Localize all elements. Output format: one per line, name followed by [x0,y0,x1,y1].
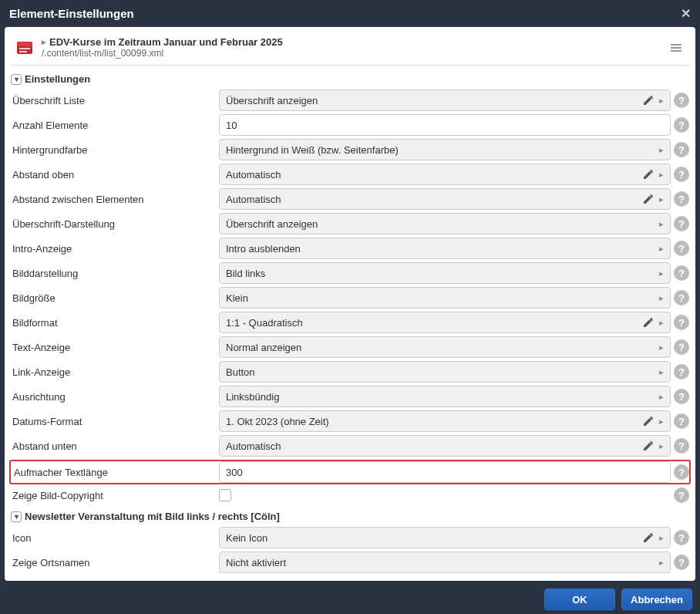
select-field[interactable]: Automatisch▸ [219,188,671,210]
select-value: Automatisch [226,440,642,452]
help-icon[interactable]: ? [674,290,689,305]
checkbox[interactable] [219,489,231,501]
dialog-content: ▸ EDV-Kurse im Zeitraum Januar und Febru… [5,27,695,581]
select-icons: ▸ [642,440,664,452]
breadcrumb-title: EDV-Kurse im Zeitraum Januar und Februar… [49,36,283,48]
svg-rect-4 [671,44,681,46]
select-field[interactable]: Automatisch▸ [219,435,671,457]
svg-rect-6 [671,50,681,52]
select-icons: ▸ [659,392,664,402]
form-row: BilddarstellungBild links▸? [11,261,689,285]
pencil-icon[interactable] [642,193,655,205]
form-row: IconKein Icon▸? [11,525,689,550]
help-icon[interactable]: ? [674,117,689,133]
help-icon[interactable]: ? [674,389,689,404]
row-control: Automatisch▸? [219,188,689,210]
help-icon[interactable]: ? [674,413,689,429]
form-row: Aufmacher Textlänge300? [9,460,691,484]
select-icons: ▸ [642,316,664,329]
select-icons: ▸ [642,531,664,544]
svg-rect-1 [17,42,32,46]
help-icon[interactable]: ? [674,530,689,545]
svg-rect-5 [671,47,681,49]
help-icon[interactable]: ? [674,265,689,281]
row-label: Abstand unten [11,440,213,452]
select-value: Button [226,366,659,378]
help-icon[interactable]: ? [674,464,689,480]
row-control: 10? [219,114,689,136]
select-field[interactable]: Intro ausblenden▸ [219,238,671,259]
content-type-icon [14,37,35,59]
row-label: Zeige Bild-Copyright [11,490,213,501]
row-label: Abstand oben [11,169,213,180]
help-icon[interactable]: ? [674,438,689,454]
select-icons: ▸ [659,342,664,353]
chevron-right-icon: ▸ [659,533,664,543]
select-field[interactable]: 1. Okt 2023 (ohne Zeit)▸ [219,410,671,432]
select-field[interactable]: Automatisch▸ [219,164,671,185]
content-path: /.content/list-m/list_00099.xml [42,48,660,59]
help-icon[interactable]: ? [674,241,689,256]
cancel-button[interactable]: Abbrechen [621,589,692,610]
select-value: Automatisch [226,194,642,205]
form-row: Abstand obenAutomatisch▸? [11,162,689,187]
pencil-icon[interactable] [642,316,655,329]
close-icon[interactable]: ✕ [681,6,691,21]
select-field[interactable]: Klein▸ [219,287,671,309]
collapse-toggle-icon[interactable]: ▾ [11,74,22,85]
chevron-right-icon: ▸ [659,96,664,106]
select-field[interactable]: Linksbündig▸ [219,386,671,407]
pencil-icon[interactable] [642,415,655,427]
chevron-right-icon: ▸ [42,37,46,47]
select-field[interactable]: Normal anzeigen▸ [219,336,671,358]
text-field[interactable]: 10 [219,114,671,136]
pencil-icon[interactable] [642,168,655,180]
form-row: Text-AnzeigeNormal anzeigen▸? [11,335,689,359]
select-icons: ▸ [659,268,664,278]
chevron-right-icon: ▸ [659,367,664,377]
form-row: BildgrößeKlein▸? [11,285,689,310]
chevron-right-icon: ▸ [659,219,664,229]
pencil-icon[interactable] [642,440,655,452]
breadcrumb: ▸ EDV-Kurse im Zeitraum Januar und Febru… [42,36,660,48]
select-field[interactable]: Überschrift anzeigen▸ [219,213,671,234]
select-value: Klein [226,292,659,304]
select-field[interactable]: Kein Icon▸ [219,527,671,548]
svg-rect-2 [19,48,30,49]
help-icon[interactable]: ? [674,142,689,157]
ok-button[interactable]: OK [544,589,615,610]
row-control: Hintergrund in Weiß (bzw. Seitenfarbe)▸? [219,139,689,160]
help-icon[interactable]: ? [674,555,689,570]
help-icon[interactable]: ? [674,315,689,330]
chevron-right-icon: ▸ [659,194,664,204]
select-field[interactable]: Hintergrund in Weiß (bzw. Seitenfarbe)▸ [219,139,671,160]
collapse-toggle-icon[interactable]: ▾ [11,511,22,522]
help-icon[interactable]: ? [674,364,689,380]
help-icon[interactable]: ? [674,216,689,231]
dialog-title: Element-Einstellungen [9,7,134,20]
select-field[interactable]: Bild links▸ [219,262,671,284]
pencil-icon[interactable] [642,531,655,544]
section-header-einstellungen: ▾ Einstellungen [11,70,689,88]
chevron-right-icon: ▸ [659,441,664,451]
help-icon[interactable]: ? [674,167,689,182]
help-icon[interactable]: ? [674,93,689,108]
row-label: Bildgröße [11,292,213,304]
help-icon[interactable]: ? [674,339,689,355]
select-field[interactable]: Überschrift anzeigen▸ [219,89,671,111]
help-icon[interactable]: ? [674,191,689,207]
menu-icon[interactable] [666,38,686,58]
row-control: Automatisch▸? [219,435,689,457]
help-icon[interactable]: ? [674,487,689,503]
form-row: Anzahl Elemente10? [11,113,689,137]
select-icons: ▸ [659,145,664,155]
row-control: Bild links▸? [219,262,689,284]
select-field[interactable]: Button▸ [219,361,671,383]
select-field[interactable]: Nicht aktiviert▸ [219,552,671,573]
row-control: 1. Okt 2023 (ohne Zeit)▸? [219,410,689,432]
row-control: Nicht aktiviert▸? [219,552,689,573]
pencil-icon[interactable] [642,94,655,106]
select-field[interactable]: 1:1 - Quadratisch▸ [219,312,671,333]
text-field[interactable]: 300 [219,461,671,483]
select-value: Linksbündig [226,391,659,403]
